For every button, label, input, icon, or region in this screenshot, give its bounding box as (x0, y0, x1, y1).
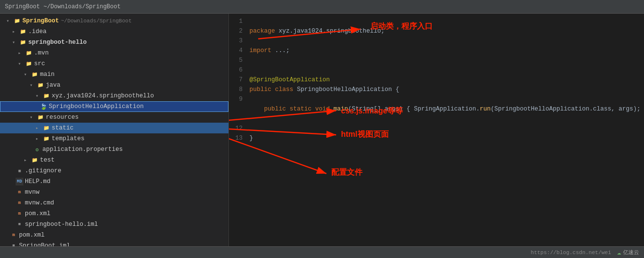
tree-item-root[interactable]: 📁 SpringBoot ~/Downloads/SpringBoot (0, 16, 228, 26)
folder-icon: 📁 (42, 135, 50, 143)
chevron-icon (33, 135, 41, 143)
tree-path: ~/Downloads/SpringBoot (61, 18, 132, 24)
file-icon: ■ (16, 167, 23, 175)
chevron-icon (27, 113, 35, 121)
title-text: SpringBoot ~/Downloads/SpringBoot (5, 3, 121, 10)
sidebar: 📁 SpringBoot ~/Downloads/SpringBoot 📁 .i… (0, 14, 229, 246)
tree-item-mvn[interactable]: 📁 .mvn (0, 48, 228, 58)
tree-label: src (34, 60, 45, 67)
tree-item-hello-iml[interactable]: ■ springboot-hello.iml (0, 219, 228, 230)
tree-item-src[interactable]: 📁 src (0, 58, 228, 69)
chevron-icon (33, 124, 41, 132)
tree-item-main[interactable]: 📁 main (0, 69, 228, 80)
tree-label: SpringbootHelloApplication (49, 103, 144, 110)
tree-item-springboot-hello[interactable]: 📁 springboot-hello (0, 37, 228, 48)
tree-item-gitignore[interactable]: ■ .gitignore (0, 166, 228, 176)
file-icon: m (16, 188, 23, 196)
url-text: https://blog.csdn.net/wei (531, 250, 611, 256)
tree-label: springboot-hello (28, 39, 87, 46)
tree-label: application.properties (42, 146, 123, 153)
tree-item-appprops[interactable]: ⚙ application.properties (0, 144, 228, 155)
tree-label: resources (46, 114, 79, 121)
tree-item-java[interactable]: 📁 java (0, 80, 228, 91)
chevron-icon (16, 60, 23, 68)
tree-item-app[interactable]: 🍃 SpringbootHelloApplication (0, 101, 228, 112)
code-editor[interactable]: package xyz.java1024.springboothello; im… (246, 17, 644, 246)
tree-label: java (46, 82, 60, 89)
folder-icon: 📁 (19, 38, 27, 46)
line-numbers: 1 2 3 4 5 6 7 8 9 12 13 (229, 17, 246, 246)
tree-item-springboot-iml[interactable]: ■ SpringBoot.iml (0, 240, 228, 246)
chevron-icon (10, 38, 18, 46)
chevron-icon (27, 81, 35, 89)
prop-icon: ⚙ (33, 146, 41, 153)
tree-label: pom.xml (19, 232, 45, 239)
chevron-icon (21, 156, 29, 164)
md-icon: MD (16, 178, 23, 185)
xml-icon: m (16, 210, 23, 218)
tree-label: .gitignore (25, 167, 61, 174)
tree-label: xyz.java1024.springboothello (52, 92, 154, 99)
folder-icon: 📁 (31, 71, 38, 78)
tree-item-pkg[interactable]: 📁 xyz.java1024.springboothello (0, 91, 228, 101)
tree-label: pom.xml (25, 210, 51, 217)
title-bar: SpringBoot ~/Downloads/SpringBoot (0, 0, 644, 14)
folder-icon: 📁 (31, 156, 38, 164)
tree-label: .idea (28, 28, 47, 35)
folder-icon: 📁 (25, 60, 33, 68)
tree-item-templates[interactable]: 📁 templates (0, 133, 228, 144)
tree-label: .mvn (34, 50, 49, 56)
folder-icon: 📁 (42, 124, 50, 132)
tree-label: springboot-hello.iml (25, 221, 98, 228)
tree-label: static (52, 125, 74, 131)
xml-icon: m (10, 231, 18, 239)
tree-item-test[interactable]: 📁 test (0, 155, 228, 166)
folder-icon: 📁 (42, 92, 50, 100)
tree-label: SpringBoot.iml (19, 242, 70, 246)
tree-label: mvnw (25, 189, 39, 196)
tree-item-pomxml1[interactable]: m pom.xml (0, 208, 228, 219)
chevron-icon (10, 28, 18, 36)
logo-area: ☁ 亿速云 (617, 248, 639, 257)
folder-icon: 📁 (13, 17, 21, 25)
tree-item-pomxml2[interactable]: m pom.xml (0, 230, 228, 240)
tree-item-mvnwcmd[interactable]: m mvnw.cmd (0, 198, 228, 208)
tree-label: HELP.md (25, 178, 51, 185)
folder-icon: 📁 (37, 81, 44, 89)
iml-icon: ■ (10, 242, 18, 246)
tree-label: SpringBoot (22, 18, 59, 24)
folder-icon: 📁 (25, 49, 33, 57)
chevron-icon (16, 49, 23, 57)
editor-area: 1 2 3 4 5 6 7 8 9 12 13 package xyz.java… (229, 14, 644, 246)
tree-item-mvnw[interactable]: m mvnw (0, 187, 228, 198)
tree-item-idea[interactable]: 📁 .idea (0, 26, 228, 37)
code-container: 1 2 3 4 5 6 7 8 9 12 13 package xyz.java… (229, 14, 644, 246)
tree-item-resources[interactable]: 📁 resources (0, 112, 228, 123)
folder-icon: 📁 (37, 113, 44, 121)
iml-icon: ■ (16, 221, 23, 228)
cloud-icon: ☁ (617, 248, 621, 257)
tree-item-helpmd[interactable]: MD HELP.md (0, 176, 228, 187)
chevron-icon (33, 92, 41, 100)
tree-label: templates (52, 135, 85, 142)
main-area: 📁 SpringBoot ~/Downloads/SpringBoot 📁 .i… (0, 14, 644, 246)
logo-text: 亿速云 (623, 249, 639, 256)
chevron-icon (21, 71, 29, 78)
tree-label: test (40, 157, 55, 164)
tree-label: mvnw.cmd (25, 200, 54, 206)
chevron-icon (4, 17, 12, 25)
tree-item-static[interactable]: 📁 static (0, 123, 228, 133)
spring-icon: 🍃 (39, 103, 47, 111)
file-icon: m (16, 199, 23, 207)
tree-label: main (40, 71, 55, 78)
folder-icon: 📁 (19, 28, 27, 36)
bottom-bar: https://blog.csdn.net/wei ☁ 亿速云 (0, 246, 644, 258)
